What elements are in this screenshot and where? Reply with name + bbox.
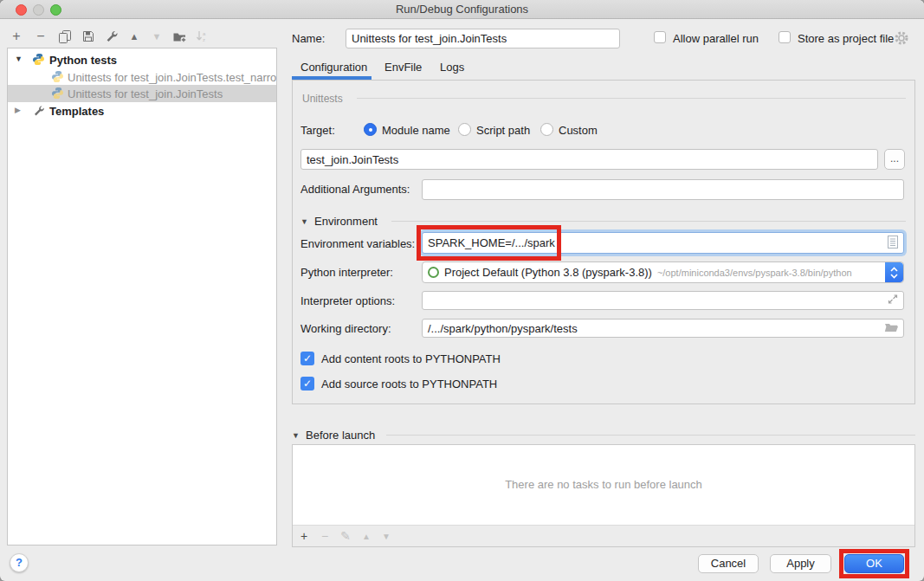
environment-section-title: Environment (314, 215, 378, 228)
before-launch-remove-icon: − (315, 525, 334, 547)
move-down-icon: ▼ (147, 27, 166, 46)
copy-icon (58, 29, 72, 43)
interpreter-options-input[interactable] (422, 291, 904, 310)
before-launch-move-up-icon: ▲ (357, 525, 376, 547)
wrench-icon (105, 29, 119, 43)
python-interpreter-label: Python interpreter: (300, 266, 393, 279)
svg-text:a: a (203, 31, 206, 36)
remove-configuration-icon[interactable]: − (31, 27, 50, 46)
edit-variables-icon[interactable] (887, 235, 899, 251)
ok-button[interactable]: OK (844, 554, 904, 573)
tree-item-label[interactable]: Unittests for test_join.JoinTests (68, 87, 223, 100)
tree-item-unittests-jointests-selected[interactable]: Unittests for test_join.JoinTests (8, 85, 276, 102)
new-folder-icon[interactable] (170, 27, 189, 46)
python-interpreter-value: Project Default (Python 3.8 (pyspark-3.8… (444, 266, 652, 279)
expand-field-icon[interactable] (887, 294, 899, 308)
target-label: Target: (300, 124, 335, 137)
additional-arguments-label: Additional Arguments: (300, 183, 410, 196)
python-icon (51, 87, 64, 100)
target-value: test_join.JoinTests (307, 153, 398, 166)
working-directory-label: Working directory: (300, 322, 391, 335)
copy-configuration-icon[interactable] (55, 27, 74, 46)
python-interpreter-select[interactable]: Project Default (Python 3.8 (pyspark-3.8… (422, 261, 904, 283)
working-directory-value: /.../spark/python/pyspark/tests (428, 322, 578, 335)
active-tab-underline (292, 76, 372, 80)
allow-parallel-run-checkbox[interactable] (654, 31, 666, 43)
before-launch-add-icon[interactable]: + (294, 525, 313, 547)
before-launch-move-down-icon: ▼ (377, 525, 396, 547)
add-source-roots-checkbox[interactable]: ✓ (300, 377, 314, 391)
add-configuration-icon[interactable]: + (7, 27, 26, 46)
unittests-group-title: Unittests (302, 93, 343, 105)
browse-button[interactable]: ... (884, 149, 905, 170)
radio-script-path-label[interactable]: Script path (476, 124, 530, 137)
allow-parallel-run-label: Allow parallel run (673, 32, 759, 45)
name-value: Unittests for test_join.JoinTests (352, 32, 507, 45)
floppy-icon (81, 29, 95, 43)
python-interpreter-path: ~/opt/miniconda3/envs/pyspark-3.8/bin/py… (657, 268, 852, 278)
tree-expanded-icon[interactable]: ▼ (15, 55, 23, 63)
run-debug-configurations-dialog: Run/Debug Configurations + − ▲ ▼ az ▼ Py… (0, 0, 924, 581)
tree-item-unittests-test-narrow[interactable]: Unittests for test_join.JoinTests.test_n… (8, 68, 276, 86)
add-content-roots-label[interactable]: Add content roots to PYTHONPATH (321, 352, 501, 365)
gear-icon[interactable] (894, 30, 909, 46)
python-icon (32, 53, 45, 66)
environment-variables-label: Environment variables: (300, 237, 415, 250)
combo-stepper-icon[interactable] (885, 262, 903, 282)
folder-add-icon (172, 29, 187, 43)
radio-script-path[interactable] (458, 123, 471, 136)
add-source-roots-label[interactable]: Add source roots to PYTHONPATH (321, 378, 497, 391)
python-icon (51, 70, 64, 83)
tree-item-label[interactable]: Python tests (49, 54, 117, 67)
interpreter-options-label: Interpreter options: (300, 294, 395, 307)
apply-button[interactable]: Apply (770, 554, 831, 573)
target-input[interactable]: test_join.JoinTests (300, 149, 878, 170)
tree-item-python-tests[interactable]: ▼ Python tests (8, 51, 276, 68)
group-divider (386, 435, 915, 436)
folder-icon[interactable] (884, 321, 899, 336)
group-divider (357, 98, 906, 99)
name-input[interactable]: Unittests for test_join.JoinTests (346, 29, 620, 48)
tab-envfile[interactable]: EnvFile (384, 61, 422, 80)
edit-templates-icon[interactable] (102, 27, 121, 46)
help-button[interactable]: ? (10, 553, 29, 572)
before-launch-panel: There are no tasks to run before launch … (292, 444, 915, 547)
store-as-project-file-checkbox[interactable] (779, 31, 791, 43)
save-configuration-icon[interactable] (79, 27, 98, 46)
environment-collapse-icon[interactable]: ▼ (300, 217, 308, 226)
additional-arguments-input[interactable] (422, 179, 904, 200)
store-as-project-file-label: Store as project file (798, 32, 894, 45)
before-launch-edit-icon: ✎ (336, 525, 355, 547)
before-launch-collapse-icon[interactable]: ▼ (292, 431, 300, 440)
move-up-icon[interactable]: ▲ (125, 27, 144, 46)
radio-custom-label[interactable]: Custom (559, 124, 598, 137)
cancel-button[interactable]: Cancel (698, 554, 759, 573)
window-title: Run/Debug Configurations (0, 3, 924, 16)
before-launch-title: Before launch (306, 429, 375, 442)
tab-logs[interactable]: Logs (440, 61, 464, 80)
wrench-icon (33, 105, 46, 118)
name-label: Name: (292, 32, 325, 45)
radio-module-name[interactable] (364, 123, 377, 136)
environment-variables-input[interactable]: SPARK_HOME=/.../spark (422, 232, 904, 254)
conda-env-icon (428, 267, 439, 278)
tree-item-templates[interactable]: ▶ Templates (8, 102, 276, 119)
sort-az-icon: az (195, 29, 209, 43)
add-content-roots-checkbox[interactable]: ✓ (300, 352, 314, 365)
tree-item-label[interactable]: Unittests for test_join.JoinTests.test_n… (68, 71, 276, 84)
tree-item-label[interactable]: Templates (49, 105, 104, 118)
environment-variables-value: SPARK_HOME=/.../spark (428, 236, 555, 249)
working-directory-input[interactable]: /.../spark/python/pyspark/tests (422, 319, 904, 338)
before-launch-empty-message: There are no tasks to run before launch (293, 478, 914, 491)
title-bar: Run/Debug Configurations (0, 0, 924, 19)
tree-collapsed-icon[interactable]: ▶ (15, 106, 21, 114)
group-divider (391, 221, 906, 222)
radio-custom[interactable] (540, 123, 553, 136)
configurations-tree: ▼ Python tests Unittests for test_join.J… (7, 48, 277, 545)
radio-module-name-label[interactable]: Module name (382, 124, 450, 137)
sort-configurations-icon: az (192, 27, 211, 46)
svg-text:z: z (203, 37, 205, 42)
